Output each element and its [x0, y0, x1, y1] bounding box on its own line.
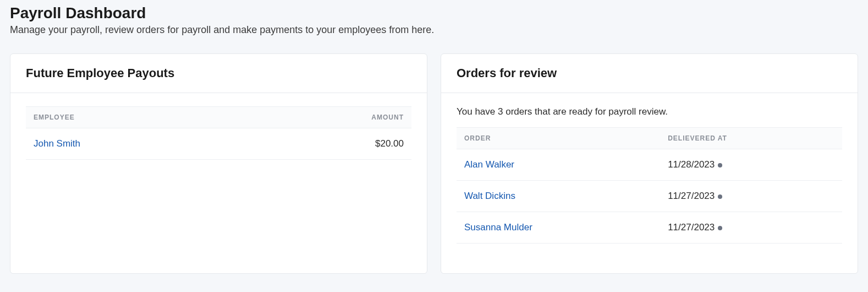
reviews-table: Order Delievered at Alan Walker11/28/202… — [457, 127, 842, 244]
table-row: John Smith$20.00 — [26, 128, 411, 160]
payout-amount: $20.00 — [244, 128, 411, 160]
page-header: Payroll Dashboard Manage your payroll, r… — [10, 4, 858, 36]
cards-container: Future Employee Payouts Employee Amount … — [10, 53, 858, 274]
table-row: Alan Walker11/28/2023 — [457, 149, 842, 181]
orders-review-card: Orders for review You have 3 orders that… — [441, 53, 858, 274]
table-row: Walt Dickins11/27/2023 — [457, 181, 842, 212]
page-subtitle: Manage your payroll, review orders for p… — [10, 24, 858, 36]
status-dot-icon — [718, 163, 722, 167]
payouts-col-amount: Amount — [244, 107, 411, 128]
table-row: Susanna Mulder11/27/2023 — [457, 212, 842, 244]
card-header: Orders for review — [441, 54, 858, 93]
payouts-col-employee: Employee — [26, 107, 244, 128]
page-title: Payroll Dashboard — [10, 4, 858, 22]
status-dot-icon — [718, 226, 722, 230]
payouts-table: Employee Amount John Smith$20.00 — [26, 106, 411, 160]
orders-review-title: Orders for review — [457, 66, 842, 80]
employee-link[interactable]: John Smith — [34, 138, 80, 149]
card-body: You have 3 orders that are ready for pay… — [441, 93, 858, 259]
card-header: Future Employee Payouts — [10, 54, 427, 93]
order-link[interactable]: Susanna Mulder — [464, 222, 532, 232]
delivered-date: 11/27/2023 — [660, 181, 842, 212]
future-payouts-title: Future Employee Payouts — [26, 66, 411, 80]
status-dot-icon — [718, 194, 722, 199]
delivered-date: 11/27/2023 — [660, 212, 842, 244]
reviews-col-delivered: Delievered at — [660, 128, 842, 149]
card-body: Employee Amount John Smith$20.00 — [10, 93, 427, 175]
delivered-date: 11/28/2023 — [660, 149, 842, 181]
future-payouts-card: Future Employee Payouts Employee Amount … — [10, 53, 427, 274]
order-link[interactable]: Walt Dickins — [464, 191, 515, 201]
order-link[interactable]: Alan Walker — [464, 159, 514, 170]
orders-review-info: You have 3 orders that are ready for pay… — [457, 106, 842, 117]
reviews-col-order: Order — [457, 128, 660, 149]
